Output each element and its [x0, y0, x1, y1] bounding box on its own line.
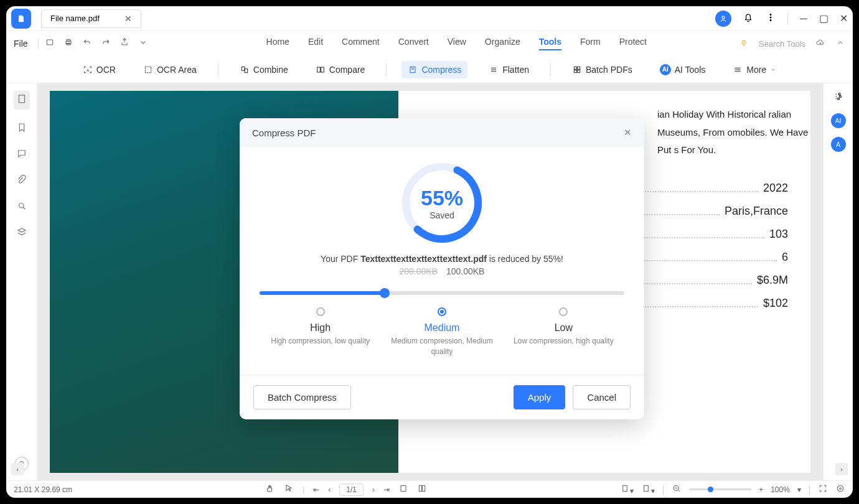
radio-icon — [438, 307, 446, 316]
modal-footer: Batch Compress Apply Cancel — [240, 375, 644, 419]
cancel-button[interactable]: Cancel — [573, 385, 631, 409]
modal-backdrop: Compress PDF ✕ 55% Saved Your PDF Textte… — [6, 6, 853, 498]
apply-button[interactable]: Apply — [514, 385, 566, 409]
compress-pdf-modal: Compress PDF ✕ 55% Saved Your PDF Textte… — [240, 118, 644, 419]
saved-label: Saved — [430, 210, 454, 220]
modal-close-icon[interactable]: ✕ — [624, 127, 632, 138]
level-medium[interactable]: Medium Medium compression, Medium qualit… — [381, 307, 502, 357]
compression-levels: High High compression, low quality Mediu… — [260, 307, 624, 357]
progress-ring: 55% Saved — [398, 159, 486, 246]
modal-title: Compress PDF — [252, 128, 316, 138]
new-size: 100.00KB — [446, 266, 485, 276]
app-window: File name.pdf ✕ ─ ▢ ✕ File — [6, 6, 853, 498]
radio-icon — [559, 307, 568, 316]
modal-header: Compress PDF ✕ — [240, 118, 644, 147]
old-size: 200.00KB — [400, 266, 438, 276]
file-sizes: 200.00KB 100.00KB — [400, 266, 485, 276]
batch-compress-button[interactable]: Batch Compress — [253, 385, 351, 409]
level-low[interactable]: Low Low compression, high quality — [503, 307, 624, 357]
compression-slider[interactable] — [260, 291, 624, 295]
radio-icon — [316, 307, 325, 316]
level-high[interactable]: High High compression, low quality — [260, 307, 381, 357]
reduction-text: Your PDF Texttexttexttexttexttexttext.pd… — [321, 254, 563, 264]
percent-saved: 55% — [421, 186, 463, 210]
